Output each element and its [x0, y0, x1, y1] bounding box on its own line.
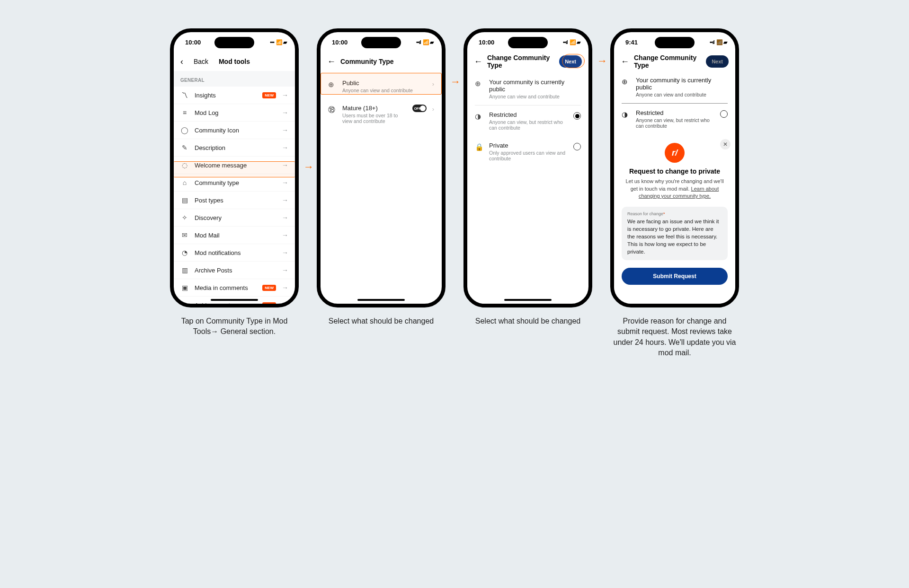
avatar-icon: ◯: [180, 126, 189, 134]
row-label: Archive Posts: [195, 267, 276, 274]
row-mature[interactable]: ⑱ Mature (18+) Users must be over 18 to …: [321, 99, 442, 130]
page-title: Mod tools: [174, 58, 295, 65]
row-desc: Anyone can view and contribute: [636, 92, 728, 97]
row-community-type[interactable]: ⌂ Community type →: [174, 174, 295, 192]
row-discovery[interactable]: ✧ Discovery →: [174, 209, 295, 227]
notch: [214, 37, 254, 48]
nav-header: ← Change Community Type Next: [614, 52, 735, 71]
row-restricted[interactable]: ◑ Restricted Anyone can view, but restri…: [614, 104, 735, 134]
arrow-right-icon: →: [303, 161, 314, 173]
back-arrow-icon[interactable]: ←: [621, 57, 629, 66]
back-arrow-icon[interactable]: ←: [327, 57, 336, 66]
chevron-right-icon: →: [282, 91, 288, 99]
row-modmail[interactable]: ✉ Mod Mail →: [174, 227, 295, 244]
radio-restricted[interactable]: [573, 112, 581, 120]
row-insights[interactable]: 〽 Insights NEW →: [174, 87, 295, 104]
toggle-label: OFF: [414, 107, 421, 110]
globe-icon: ⊕: [622, 78, 630, 86]
row-community-icon[interactable]: ◯ Community Icon →: [174, 122, 295, 139]
image-icon: ▣: [180, 284, 189, 291]
row-label: Media in comments: [195, 284, 257, 291]
chevron-right-icon: ›: [432, 80, 434, 88]
trophy-icon: ♔: [180, 301, 189, 307]
arrow-right-icon: →: [597, 55, 607, 67]
row-label: Insights: [195, 92, 257, 99]
chevron-right-icon: →: [282, 214, 288, 221]
caption-1: Tap on Community Type in Mod Tools→ Gene…: [173, 316, 296, 337]
next-button[interactable]: Next: [559, 55, 582, 68]
row-mod-notifications[interactable]: ◔ Mod notifications →: [174, 244, 295, 262]
eye-icon: ◑: [622, 110, 630, 119]
row-title: Restricted: [489, 111, 568, 118]
chevron-right-icon: →: [282, 161, 288, 169]
row-label: Community Icon: [195, 127, 276, 134]
chevron-right-icon: →: [282, 196, 288, 204]
phone-request-sheet: 9:41 ••ıl 📶 ▰ ← Change Community Type Ne…: [610, 28, 739, 307]
status-time: 9:41: [625, 39, 638, 46]
new-badge: NEW: [262, 92, 276, 98]
arrow-right-icon: →: [450, 76, 461, 88]
mature-toggle[interactable]: OFF: [412, 105, 427, 112]
sheet-body: Let us know why you're changing and we'l…: [622, 178, 728, 200]
reddit-logo-icon: r/: [665, 143, 685, 163]
phone-change-type: 10:00 ••ıl 📶 ▰ ← Change Community Type N…: [463, 28, 592, 307]
row-desc: Anyone can view, but restrict who can co…: [489, 119, 568, 131]
row-label: Welcome message: [195, 162, 276, 169]
required-asterisk: *: [663, 211, 665, 216]
reason-value: We are facing an issue and we think it i…: [627, 218, 722, 255]
globe-icon: ⊕: [328, 80, 337, 89]
page-title: Change Community Type: [634, 54, 701, 69]
home-indicator: [211, 299, 258, 301]
next-button[interactable]: Next: [706, 55, 729, 68]
mail-icon: ✉: [180, 231, 189, 239]
section-header-general: GENERAL: [174, 71, 295, 87]
row-private[interactable]: 🔒 Private Only approved users can view a…: [467, 136, 588, 167]
row-description[interactable]: ✎ Description →: [174, 139, 295, 157]
chevron-right-icon: →: [282, 144, 288, 151]
row-desc: Users must be over 18 to view and contri…: [342, 113, 407, 124]
chevron-right-icon: →: [282, 231, 288, 239]
row-label: Post types: [195, 197, 276, 204]
radio-private[interactable]: [573, 143, 581, 150]
row-modlog[interactable]: ≡ Mod Log →: [174, 104, 295, 122]
row-public[interactable]: ⊕ Public Anyone can view and contribute …: [321, 74, 442, 99]
caption-3: Select what should be changed: [475, 316, 580, 326]
radio-restricted[interactable]: [720, 110, 728, 118]
notch: [508, 37, 548, 48]
row-title: Private: [489, 142, 568, 149]
lock-icon: 🔒: [475, 143, 483, 151]
row-post-types[interactable]: ▤ Post types →: [174, 192, 295, 209]
row-title: Your community is currently public: [636, 77, 728, 91]
caption-2: Select what should be changed: [329, 316, 434, 326]
bottom-sheet: ✕ r/ Request to change to private Let us…: [614, 134, 735, 304]
notch: [655, 37, 695, 48]
compass-icon: ✧: [180, 214, 189, 221]
page-title: Community Type: [340, 58, 394, 65]
insights-icon: 〽: [180, 91, 189, 99]
new-badge: NEW: [262, 302, 276, 308]
nav-header: ← Community Type: [321, 52, 442, 71]
page-title: Change Community Type: [487, 54, 554, 69]
status-icons: ••ıl 📶 ▰: [416, 39, 433, 45]
row-archive[interactable]: ▥ Archive Posts →: [174, 262, 295, 279]
row-label: Mod Mail: [195, 232, 276, 239]
row-label: Mod Log: [195, 109, 276, 116]
close-button[interactable]: ✕: [720, 139, 731, 149]
home-indicator: [504, 299, 552, 301]
chevron-right-icon: →: [282, 284, 288, 291]
chevron-right-icon: →: [282, 126, 288, 134]
chevron-right-icon: →: [282, 249, 288, 256]
row-restricted[interactable]: ◑ Restricted Anyone can view, but restri…: [467, 105, 588, 136]
row-label: Mod notifications: [195, 249, 276, 256]
row-achievements[interactable]: ♔ Achievements NEW →: [174, 297, 295, 307]
back-arrow-icon[interactable]: ←: [474, 57, 482, 66]
submit-request-button[interactable]: Submit Request: [622, 268, 728, 285]
row-welcome[interactable]: ◌ Welcome message →: [174, 157, 295, 174]
reason-textarea[interactable]: Reason for change* We are facing an issu…: [622, 207, 728, 260]
home-indicator: [357, 299, 405, 301]
eighteen-icon: ⑱: [328, 105, 337, 114]
row-media[interactable]: ▣ Media in comments NEW →: [174, 279, 295, 297]
new-badge: NEW: [262, 285, 276, 291]
caption-4: Provide reason for change and submit req…: [613, 316, 736, 359]
status-time: 10:00: [332, 39, 348, 46]
